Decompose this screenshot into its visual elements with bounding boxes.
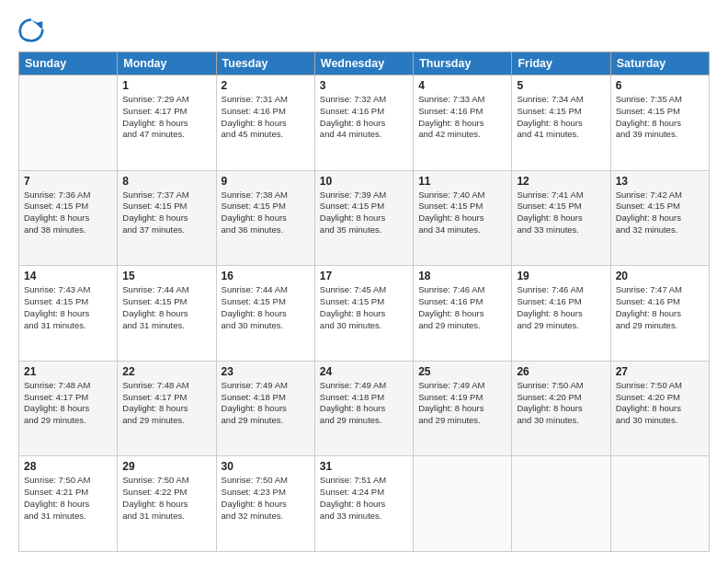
day-number-21: 21 <box>24 365 112 378</box>
day-number-15: 15 <box>122 270 210 282</box>
day-info-16: Sunrise: 7:44 AM Sunset: 4:15 PM Dayligh… <box>222 284 310 331</box>
day-number-19: 19 <box>517 270 605 282</box>
day-number-24: 24 <box>320 365 408 378</box>
day-number-11: 11 <box>418 175 506 188</box>
day-info-29: Sunrise: 7:50 AM Sunset: 4:22 PM Dayligh… <box>122 475 210 522</box>
calendar-cell-w2-d4: 10Sunrise: 7:39 AM Sunset: 4:15 PM Dayli… <box>314 170 413 266</box>
col-wednesday: Wednesday <box>314 52 413 75</box>
day-info-21: Sunrise: 7:48 AM Sunset: 4:17 PM Dayligh… <box>24 380 112 427</box>
day-info-15: Sunrise: 7:44 AM Sunset: 4:15 PM Dayligh… <box>122 284 210 331</box>
day-info-18: Sunrise: 7:46 AM Sunset: 4:16 PM Dayligh… <box>418 284 506 331</box>
calendar-cell-w5-d4: 31Sunrise: 7:51 AM Sunset: 4:24 PM Dayli… <box>314 456 413 552</box>
col-thursday: Thursday <box>414 52 512 75</box>
day-info-6: Sunrise: 7:35 AM Sunset: 4:15 PM Dayligh… <box>616 94 704 141</box>
calendar-cell-w4-d7: 27Sunrise: 7:50 AM Sunset: 4:20 PM Dayli… <box>610 361 709 456</box>
day-number-6: 6 <box>616 79 704 92</box>
day-info-2: Sunrise: 7:31 AM Sunset: 4:16 PM Dayligh… <box>222 94 310 141</box>
day-number-27: 27 <box>616 365 704 378</box>
day-info-14: Sunrise: 7:43 AM Sunset: 4:15 PM Dayligh… <box>24 284 112 331</box>
day-number-2: 2 <box>222 79 310 92</box>
day-info-12: Sunrise: 7:41 AM Sunset: 4:15 PM Dayligh… <box>517 190 605 236</box>
col-friday: Friday <box>512 52 610 75</box>
header <box>18 17 710 42</box>
day-number-7: 7 <box>24 175 112 188</box>
calendar-cell-w3-d3: 16Sunrise: 7:44 AM Sunset: 4:15 PM Dayli… <box>216 266 314 362</box>
calendar-cell-w5-d2: 29Sunrise: 7:50 AM Sunset: 4:22 PM Dayli… <box>118 456 216 552</box>
calendar-cell-w1-d7: 6Sunrise: 7:35 AM Sunset: 4:15 PM Daylig… <box>610 75 709 171</box>
day-info-13: Sunrise: 7:42 AM Sunset: 4:15 PM Dayligh… <box>616 190 704 236</box>
calendar-cell-w1-d3: 2Sunrise: 7:31 AM Sunset: 4:16 PM Daylig… <box>216 75 314 171</box>
day-info-5: Sunrise: 7:34 AM Sunset: 4:15 PM Dayligh… <box>517 94 605 141</box>
calendar-cell-w1-d6: 5Sunrise: 7:34 AM Sunset: 4:15 PM Daylig… <box>512 75 610 171</box>
logo <box>18 17 48 42</box>
day-info-20: Sunrise: 7:47 AM Sunset: 4:16 PM Dayligh… <box>616 284 704 331</box>
day-info-7: Sunrise: 7:36 AM Sunset: 4:15 PM Dayligh… <box>24 190 112 236</box>
page: Sunday Monday Tuesday Wednesday Thursday… <box>0 0 728 563</box>
calendar-cell-w5-d6 <box>512 456 610 552</box>
day-info-22: Sunrise: 7:48 AM Sunset: 4:17 PM Dayligh… <box>122 380 210 427</box>
day-number-10: 10 <box>320 175 408 188</box>
calendar-week-4: 21Sunrise: 7:48 AM Sunset: 4:17 PM Dayli… <box>19 361 710 456</box>
day-number-14: 14 <box>24 270 112 282</box>
calendar-cell-w1-d2: 1Sunrise: 7:29 AM Sunset: 4:17 PM Daylig… <box>118 75 216 171</box>
day-number-28: 28 <box>24 460 112 473</box>
day-info-25: Sunrise: 7:49 AM Sunset: 4:19 PM Dayligh… <box>418 380 506 427</box>
col-monday: Monday <box>118 52 216 75</box>
calendar-cell-w2-d6: 12Sunrise: 7:41 AM Sunset: 4:15 PM Dayli… <box>512 170 610 266</box>
day-info-17: Sunrise: 7:45 AM Sunset: 4:15 PM Dayligh… <box>320 284 408 331</box>
col-tuesday: Tuesday <box>216 52 314 75</box>
day-number-17: 17 <box>320 270 408 282</box>
day-number-5: 5 <box>517 79 605 92</box>
day-info-24: Sunrise: 7:49 AM Sunset: 4:18 PM Dayligh… <box>320 380 408 427</box>
calendar-cell-w1-d5: 4Sunrise: 7:33 AM Sunset: 4:16 PM Daylig… <box>414 75 512 171</box>
calendar-cell-w4-d6: 26Sunrise: 7:50 AM Sunset: 4:20 PM Dayli… <box>512 361 610 456</box>
calendar-cell-w3-d5: 18Sunrise: 7:46 AM Sunset: 4:16 PM Dayli… <box>414 266 512 362</box>
calendar-cell-w4-d1: 21Sunrise: 7:48 AM Sunset: 4:17 PM Dayli… <box>19 361 118 456</box>
day-number-31: 31 <box>320 460 408 473</box>
day-number-16: 16 <box>222 270 310 282</box>
calendar-cell-w2-d1: 7Sunrise: 7:36 AM Sunset: 4:15 PM Daylig… <box>19 170 118 266</box>
day-info-9: Sunrise: 7:38 AM Sunset: 4:15 PM Dayligh… <box>222 190 310 236</box>
calendar-cell-w5-d5 <box>414 456 512 552</box>
day-info-23: Sunrise: 7:49 AM Sunset: 4:18 PM Dayligh… <box>222 380 310 427</box>
calendar-cell-w4-d5: 25Sunrise: 7:49 AM Sunset: 4:19 PM Dayli… <box>414 361 512 456</box>
day-number-9: 9 <box>222 175 310 188</box>
calendar-cell-w2-d3: 9Sunrise: 7:38 AM Sunset: 4:15 PM Daylig… <box>216 170 314 266</box>
calendar-cell-w4-d4: 24Sunrise: 7:49 AM Sunset: 4:18 PM Dayli… <box>314 361 413 456</box>
day-number-8: 8 <box>122 175 210 188</box>
calendar-cell-w2-d7: 13Sunrise: 7:42 AM Sunset: 4:15 PM Dayli… <box>610 170 709 266</box>
day-number-20: 20 <box>616 270 704 282</box>
calendar-cell-w3-d4: 17Sunrise: 7:45 AM Sunset: 4:15 PM Dayli… <box>314 266 413 362</box>
calendar-cell-w4-d2: 22Sunrise: 7:48 AM Sunset: 4:17 PM Dayli… <box>118 361 216 456</box>
day-info-11: Sunrise: 7:40 AM Sunset: 4:15 PM Dayligh… <box>418 190 506 236</box>
calendar-week-3: 14Sunrise: 7:43 AM Sunset: 4:15 PM Dayli… <box>19 266 710 362</box>
calendar-week-5: 28Sunrise: 7:50 AM Sunset: 4:21 PM Dayli… <box>19 456 710 552</box>
calendar-cell-w2-d2: 8Sunrise: 7:37 AM Sunset: 4:15 PM Daylig… <box>118 170 216 266</box>
day-number-18: 18 <box>418 270 506 282</box>
day-number-29: 29 <box>122 460 210 473</box>
day-number-12: 12 <box>517 175 605 188</box>
calendar-cell-w5-d1: 28Sunrise: 7:50 AM Sunset: 4:21 PM Dayli… <box>19 456 118 552</box>
day-info-26: Sunrise: 7:50 AM Sunset: 4:20 PM Dayligh… <box>517 380 605 427</box>
day-number-3: 3 <box>320 79 408 92</box>
calendar-cell-w4-d3: 23Sunrise: 7:49 AM Sunset: 4:18 PM Dayli… <box>216 361 314 456</box>
day-info-30: Sunrise: 7:50 AM Sunset: 4:23 PM Dayligh… <box>222 475 310 522</box>
day-info-10: Sunrise: 7:39 AM Sunset: 4:15 PM Dayligh… <box>320 190 408 236</box>
day-number-25: 25 <box>418 365 506 378</box>
calendar-cell-w1-d1 <box>19 75 118 171</box>
calendar-cell-w3-d2: 15Sunrise: 7:44 AM Sunset: 4:15 PM Dayli… <box>118 266 216 362</box>
day-number-13: 13 <box>616 175 704 188</box>
calendar-header-row: Sunday Monday Tuesday Wednesday Thursday… <box>19 52 710 75</box>
calendar-cell-w5-d3: 30Sunrise: 7:50 AM Sunset: 4:23 PM Dayli… <box>216 456 314 552</box>
day-number-26: 26 <box>517 365 605 378</box>
day-info-3: Sunrise: 7:32 AM Sunset: 4:16 PM Dayligh… <box>320 94 408 141</box>
calendar-cell-w3-d6: 19Sunrise: 7:46 AM Sunset: 4:16 PM Dayli… <box>512 266 610 362</box>
day-number-22: 22 <box>122 365 210 378</box>
day-number-30: 30 <box>222 460 310 473</box>
calendar-week-2: 7Sunrise: 7:36 AM Sunset: 4:15 PM Daylig… <box>19 170 710 266</box>
calendar-cell-w2-d5: 11Sunrise: 7:40 AM Sunset: 4:15 PM Dayli… <box>414 170 512 266</box>
day-info-8: Sunrise: 7:37 AM Sunset: 4:15 PM Dayligh… <box>122 190 210 236</box>
day-info-27: Sunrise: 7:50 AM Sunset: 4:20 PM Dayligh… <box>616 380 704 427</box>
day-info-28: Sunrise: 7:50 AM Sunset: 4:21 PM Dayligh… <box>24 475 112 522</box>
calendar-cell-w5-d7 <box>610 456 709 552</box>
